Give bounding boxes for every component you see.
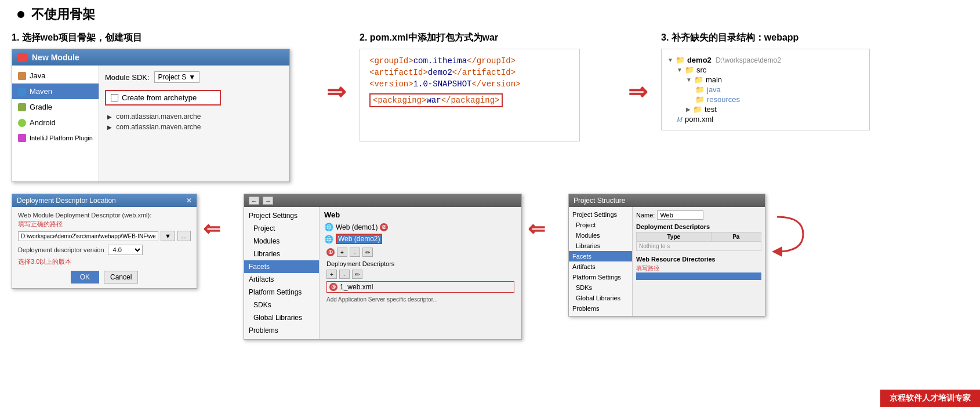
rp-left-panel: Project Settings Project Modules Librari… [569,207,633,316]
add-descriptor-btn[interactable]: + [326,270,337,279]
arrow1-container: ⇒ [313,32,360,105]
ps-menu-project[interactable]: Project [244,222,319,235]
arrow2-container: ⇒ [615,32,661,105]
logo-text: 京程软件人才培训专家 [890,393,971,402]
ps-back-btn[interactable]: ← [249,197,259,205]
folder-icon-demo2: 📁 [676,56,685,64]
tree-demo2-path: D:\workspace\demo2 [714,56,781,64]
tree-demo2-name: demo2 [687,56,712,64]
edit-descriptor-btn[interactable]: ✏ [352,270,362,279]
rp-menu-platform[interactable]: Platform Settings [569,272,632,282]
file-tree-box: ▼ 📁 demo2 D:\workspace\demo2 ▼ 📁 src ▼ 📁… [661,49,870,130]
ps-menu-modules[interactable]: Modules [244,235,319,248]
rp-web-res-label: Web Resource Directories [636,256,761,263]
ps-tree-web-demo1[interactable]: 🌐 Web (demo1) ② [324,221,517,232]
ps-menu-sdks[interactable]: SDKs [244,299,319,311]
rp-menu-project-settings[interactable]: Project Settings [569,209,632,220]
archetype-checkbox-row[interactable]: Create from archetype [105,90,221,106]
curved-arrow-right [771,194,806,257]
rp-menu-artifacts[interactable]: Artifacts [569,261,632,272]
sdk-dropdown-arrow: ▼ [188,73,195,81]
dd-cancel-button[interactable]: Cancel [104,271,138,284]
java-icon [18,72,26,80]
steps-row-top: 1. 选择web项目骨架，创建项目 New Module Java Mav [12,32,968,182]
list-item-android[interactable]: Android [12,115,99,130]
list-item-java[interactable]: Java [12,68,99,83]
rp-nothing-row: Nothing to s [637,242,761,251]
archetype-item-2[interactable]: ▶ com.atlassian.maven.arche [105,122,284,132]
rp-menu-project[interactable]: Project [569,220,632,230]
rp-col-type: Type [637,232,712,242]
rp-deployment-table: Type Pa Nothing to s [636,232,761,251]
intellij-icon [18,134,26,142]
ps-forward-btn[interactable]: → [263,197,273,205]
rp-name-row: Name: [636,210,761,220]
deployment-desc-label: Deployment Descriptors [326,260,514,267]
tree-item-resources: 📁 resources [667,95,863,104]
ps-tree-web-demo2[interactable]: 🌐 Web (demo2) [324,232,517,245]
ps-body: Project Settings Project Modules Librari… [244,207,521,339]
web-xml-row[interactable]: ③ 1_web.xml [326,281,514,293]
ps-menu-facets[interactable]: Facets [244,260,319,273]
dd-path-input[interactable] [18,231,158,241]
rp-menu-facets[interactable]: Facets [569,251,632,261]
rp-name-input[interactable] [657,210,703,220]
expand-icon-demo2: ▼ [667,57,673,63]
tree-item-demo2: ▼ 📁 demo2 D:\workspace\demo2 [667,55,863,65]
ps-menu-libraries[interactable]: Libraries [244,248,319,260]
dialog-title: New Module [32,53,79,62]
remove-descriptor-btn[interactable]: - [339,270,350,279]
section-title: 不使用骨架 [17,6,968,23]
add-facet-btn[interactable]: + [337,248,347,257]
ps-menu-global-libs[interactable]: Global Libraries [244,311,319,324]
rp-body: Project Settings Project Modules Librari… [569,207,765,316]
arrow1: ⇒ [326,78,346,105]
dd-version-select[interactable]: 4.0 3.1 3.0 [108,245,143,255]
ps-menu-problems[interactable]: Problems [244,324,319,337]
remove-facet-btn[interactable]: - [350,248,360,257]
archetype-checkbox[interactable] [111,94,118,101]
tree-item-test: ▶ 📁 test [667,104,863,114]
descriptor-btn-row: + - ✏ [326,270,514,279]
rp-web-res-hint: 填写路径 [636,264,761,272]
rp-title: Project Structure [574,197,625,205]
dd-browse-btn-v[interactable]: ▼ [161,231,175,241]
maven-icon [18,88,26,96]
ps-left-panel: Project Settings Project Modules Librari… [244,207,320,339]
list-item-intellij[interactable]: IntelliJ Platform Plugin [12,130,99,146]
step3-label: 3. 补齐缺失的目录结构：webapp [661,32,881,44]
dd-ok-button[interactable]: OK [71,271,99,284]
arrow-left2: ⇐ [528,194,562,241]
rp-web-res-input[interactable] [636,272,761,280]
rp-menu-modules[interactable]: Modules [569,230,632,241]
edit-facet-btn[interactable]: ✏ [362,248,373,257]
rp-dialog: Project Structure Project Settings Proje… [568,194,765,317]
arrow-left1: ⇐ [203,194,238,241]
dd-red-hint: 填写正确的路径 [18,220,191,228]
dialog-right-panel: Module SDK: Project S ▼ Create from arch… [99,66,289,181]
ps-menu-project-settings[interactable]: Project Settings [244,209,319,222]
ps-menu-platform-settings[interactable]: Platform Settings [244,286,319,299]
dd-titlebar: Deployment Descriptor Location ✕ [12,194,197,207]
rp-titlebar: Project Structure [569,194,765,207]
dd-browse-btn-dots[interactable]: ... [177,231,191,241]
rp-menu-global-libs[interactable]: Global Libraries [569,293,632,303]
archetype-item-1[interactable]: ▶ com.atlassian.maven.arche [105,111,284,122]
rp-menu-libraries[interactable]: Libraries [569,241,632,251]
dialog-titlebar: New Module [12,49,289,66]
module-dialog-icon [18,53,27,62]
archetype-label: Create from archetype [122,93,197,102]
rp-menu-problems[interactable]: Problems [569,303,632,314]
sdk-dropdown[interactable]: Project S ▼ [154,71,200,83]
rp-menu-sdks[interactable]: SDKs [569,282,632,293]
ps-menu-artifacts[interactable]: Artifacts [244,273,319,286]
dd-close-icon[interactable]: ✕ [186,197,192,205]
list-item-gradle[interactable]: Gradle [12,99,99,115]
xml-line-1: <groupId>com.itheima</groupId> [369,56,570,66]
dd-label: Web Module Deployment Descriptor (web.xm… [18,212,191,219]
list-item-maven[interactable]: Maven [12,83,99,99]
rp-nothing-text: Nothing to s [637,242,761,251]
dd-body: Web Module Deployment Descriptor (web.xm… [12,207,197,288]
xml-line-4-packaging: <packaging>war</packaging> [369,91,570,107]
tree-item-main: ▼ 📁 main [667,75,863,85]
